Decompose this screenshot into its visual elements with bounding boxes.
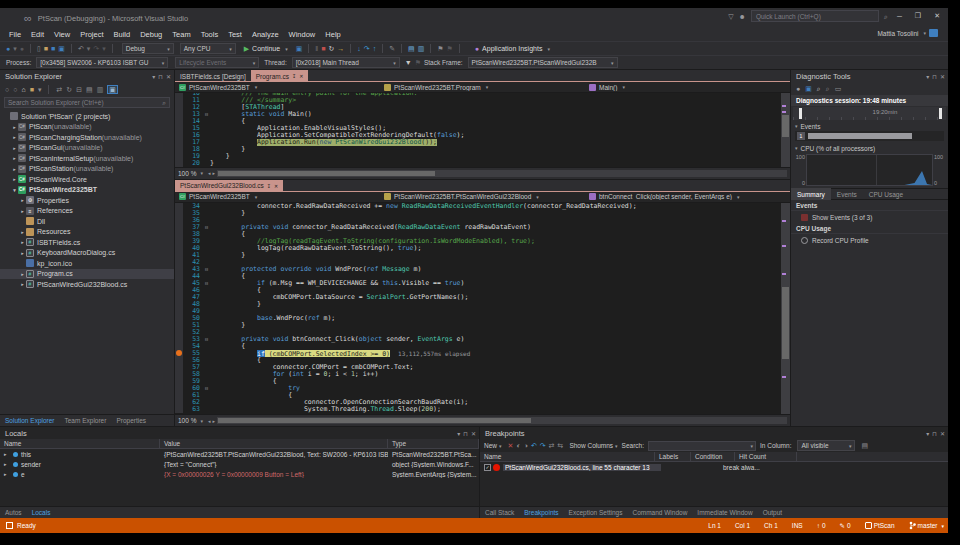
stack-frame-dropdown[interactable]: PtScanWired2325BT.PtScanWiredGui232B▾ [468, 57, 618, 68]
tree-item-keyboardmacrodialog.cs[interactable]: ▸KeyboardMacroDialog.cs [0, 248, 174, 259]
code-line-39[interactable]: 39 //logTag(readTagEvent.ToString(config… [175, 238, 781, 245]
pin-icon[interactable]: ⊓ [932, 430, 937, 437]
stop-debugging-icon[interactable]: ■ [321, 45, 325, 52]
breakpoint-icon[interactable] [176, 350, 182, 356]
process-dropdown[interactable]: [0x3458] SW2006 - KP6103 ISBT GU▾ [36, 57, 168, 68]
code-line-58[interactable]: 58 for (int i = 0; i < 1; i++) [175, 371, 781, 378]
back-icon[interactable]: ○ [5, 86, 9, 93]
tree-item-dll[interactable]: Dll [0, 216, 174, 227]
close-button[interactable]: ✕ [930, 12, 944, 20]
scroll-right-icon[interactable]: ▸ [212, 418, 215, 424]
type-dropdown[interactable]: PtScanWired2325BT.PtScanWiredGui232Blood… [380, 193, 585, 200]
editor2-horizontal-scrollbar[interactable] [217, 417, 787, 424]
quick-launch-input[interactable]: Quick Launch (Ctrl+Q) [751, 10, 879, 22]
window-position-icon[interactable]: ▾ [457, 430, 460, 437]
timeline-range-end-handle[interactable] [939, 108, 942, 119]
scroll-right-icon[interactable]: ▸ [212, 170, 215, 176]
close-icon[interactable]: ✕ [166, 73, 171, 80]
menu-team[interactable]: Team [167, 30, 195, 39]
code-line-18[interactable]: 18 } [175, 146, 781, 153]
code-line-16[interactable]: 16 Application.SetCompatibleTextRenderin… [175, 132, 781, 139]
tab-command-window[interactable]: Command Window [627, 509, 692, 516]
menu-analyze[interactable]: Analyze [247, 30, 284, 39]
editor1-zoom-select[interactable]: 100 %▾ [178, 170, 206, 177]
code-line-49[interactable]: 49 [175, 308, 781, 315]
save-all-icon[interactable]: ▣ [58, 45, 65, 52]
project-dropdown[interactable]: C#PtScanWired2325BT▾ [175, 84, 380, 91]
tab-output[interactable]: Output [758, 509, 788, 516]
close-icon[interactable]: ✕ [940, 430, 945, 437]
tree-item-resources[interactable]: ▸Resources [0, 227, 174, 238]
open-folder-icon[interactable]: ■ [44, 45, 48, 52]
export-list-icon[interactable]: ▤ [861, 442, 868, 449]
filter-icon[interactable]: ▽ [728, 13, 733, 20]
break-all-icon[interactable]: ‖ [315, 45, 318, 52]
code-line-40[interactable]: 40 logTag(readRawDataEvent.ToString(), t… [175, 245, 781, 252]
editor2-vertical-scrollbar[interactable] [781, 203, 790, 414]
search-icon[interactable]: ⌕ [884, 13, 888, 20]
window-position-icon[interactable]: ▾ [152, 73, 155, 80]
tree-item-ptscan[interactable]: ▸PtScan (unavailable) [0, 122, 174, 133]
code-line-11[interactable]: 11 /// </summary> [175, 97, 781, 104]
undo-caret-icon[interactable]: ▾ [87, 45, 91, 52]
menu-build[interactable]: Build [109, 30, 136, 39]
preview-selected-items-icon[interactable]: ▣ [107, 85, 118, 94]
menu-debug[interactable]: Debug [135, 30, 167, 39]
pending-changes-filter-icon[interactable]: ■ [30, 86, 34, 93]
editor2-zoom-select[interactable]: 100 %▾ [178, 417, 206, 424]
menu-edit[interactable]: Edit [26, 30, 49, 39]
toggle-all-breakpoints-icon[interactable]: ◐ [516, 442, 520, 449]
navigate-backward-caret-icon[interactable]: ▾ [13, 45, 17, 52]
redo-caret-icon[interactable]: ▾ [102, 45, 106, 52]
unpublished-commits-button[interactable]: ↑0 [817, 522, 826, 529]
code-line-45[interactable]: 45⊟ if (m.Msg == WM_DEVICECHANGE && this… [175, 280, 781, 287]
code-line-48[interactable]: 48 } [175, 301, 781, 308]
disable-all-breakpoints-icon[interactable]: ◑ [524, 442, 528, 449]
code-line-57[interactable]: 57 connector.COMPort = cmbCOMPort.Text; [175, 364, 781, 371]
code-line-54[interactable]: 54 { [175, 343, 781, 350]
code-line-51[interactable]: 51 } [175, 322, 781, 329]
menu-help[interactable]: Help [320, 30, 345, 39]
menu-view[interactable]: View [49, 30, 75, 39]
navigate-forward-icon[interactable]: ● [20, 45, 24, 52]
code-line-44[interactable]: 44 { [175, 273, 781, 280]
code-line-43[interactable]: 43⊟ protected override void WndProc(ref … [175, 266, 781, 273]
code-line-63[interactable]: 63 System.Threading.Thread.Sleep(200); [175, 406, 781, 413]
tree-item-properties[interactable]: ▸Properties [0, 195, 174, 206]
tab-locals[interactable]: Locals [27, 509, 56, 516]
scroll-left-icon[interactable]: ◂ [208, 170, 211, 176]
code-line-13[interactable]: 13⊟ static void Main() [175, 111, 781, 118]
code-line-56[interactable]: 56 { [175, 357, 781, 364]
tab-breakpoints[interactable]: Breakpoints [519, 509, 563, 516]
close-icon[interactable]: ✕ [940, 73, 945, 80]
scroll-left-icon[interactable]: ◂ [208, 418, 211, 424]
tree-item-ptscanchargingstation[interactable]: ▸PtScanChargingStation (unavailable) [0, 132, 174, 143]
document-tab-ptscanwiredgui232blood.cs[interactable]: PtScanWiredGui232Blood.cs↧✕ [175, 180, 283, 192]
restore-button[interactable]: ❒ [911, 12, 925, 20]
tree-item-ptscanwired.core[interactable]: ▸PtScanWired.Core [0, 174, 174, 185]
account-area[interactable]: Mattia Tosolini ▾ [877, 29, 938, 37]
tree-item-ptscanstation[interactable]: ▸PtScanStation (unavailable) [0, 164, 174, 175]
diag-tab-cpu-usage[interactable]: CPU Usage [863, 188, 909, 200]
code-line-41[interactable]: 41 } [175, 252, 781, 259]
code-line-50[interactable]: 50 base.WndProc(ref m); [175, 315, 781, 322]
close-icon[interactable]: ✕ [299, 73, 303, 79]
code-line-52[interactable]: 52 [175, 329, 781, 336]
tree-item-ptscanwired2325bt[interactable]: ▾PtScanWired2325BT [0, 185, 174, 196]
tree-item-kp-icon.ico[interactable]: kp_icon.ico [0, 258, 174, 269]
code-line-34[interactable]: 34 connector.ReadRawDataReceived += new … [175, 203, 781, 210]
code-line-61[interactable]: 61 { [175, 392, 781, 399]
cpu-section-toggle[interactable]: ▾ CPU (% of all processors) [791, 143, 948, 153]
code-line-47[interactable]: 47 cmbCOMPort.DataSource = SerialPort.Ge… [175, 294, 781, 301]
summary-link-show-events-3-of-3-[interactable]: Show Events (3 of 3) [791, 211, 948, 223]
tab-team-explorer[interactable]: Team Explorer [60, 417, 112, 424]
breakpoint-checkbox[interactable]: ✓ [484, 464, 491, 471]
navigate-backward-icon[interactable]: ● [6, 45, 10, 52]
collapse-all-icon[interactable]: ⊟ [76, 86, 82, 93]
in-column-dropdown[interactable]: All visible▾ [797, 440, 855, 451]
pin-icon[interactable]: ↧ [267, 183, 271, 189]
bookmark-next-icon[interactable]: ⚑ [447, 45, 453, 52]
tab-immediate-window[interactable]: Immediate Window [692, 509, 757, 516]
breakpoints-search-input[interactable]: ▾ [648, 441, 756, 451]
new-breakpoint-button[interactable]: New▾ [484, 442, 502, 449]
